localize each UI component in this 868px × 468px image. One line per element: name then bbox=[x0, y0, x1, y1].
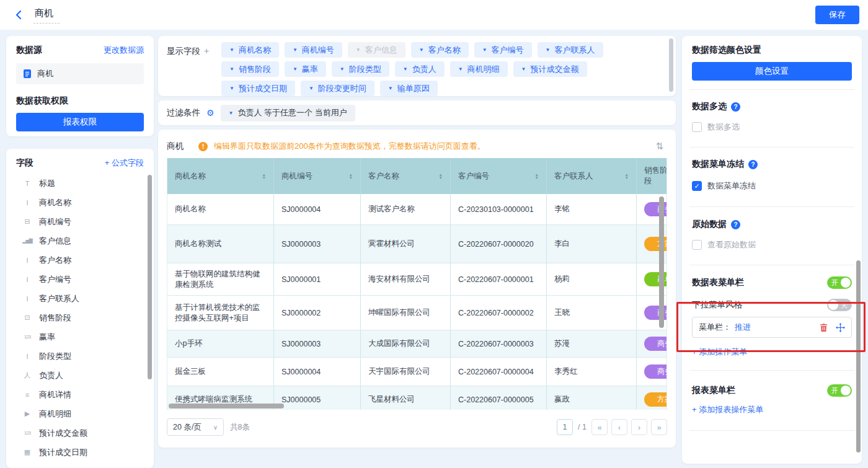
field-item-商机编号[interactable]: ⊟商机编号 bbox=[16, 212, 144, 231]
menubar-value[interactable]: 推进 bbox=[735, 322, 751, 333]
add-formula-field-link[interactable]: + 公式字段 bbox=[105, 157, 144, 169]
stage-badge: 商务 bbox=[644, 364, 667, 379]
display-field-chip[interactable]: ▼商机明细 bbox=[450, 61, 508, 77]
field-item-客户编号[interactable]: I客户编号 bbox=[16, 270, 144, 289]
color-setting-button[interactable]: 颜色设置 bbox=[692, 62, 852, 81]
table-vertical-scrollbar[interactable] bbox=[659, 196, 664, 328]
raw-data-checkbox[interactable]: 查看原始数据 bbox=[692, 239, 852, 250]
help-icon[interactable]: ? bbox=[731, 102, 740, 112]
settings-scrollbar[interactable] bbox=[856, 260, 861, 453]
toggle-off-label: 关 bbox=[841, 301, 848, 310]
help-icon[interactable]: ? bbox=[748, 160, 758, 169]
preview-warning-text: 编辑界面只取数据源前200条作为查询数据预览，完整数据请访问页面查看。 bbox=[214, 141, 485, 152]
display-field-chip[interactable]: ▼商机名称 bbox=[221, 42, 279, 58]
column-header-客户名称[interactable]: 客户名称▲▼ bbox=[361, 158, 451, 194]
column-header-商机编号[interactable]: 商机编号▲▼ bbox=[274, 158, 361, 194]
chevron-down-icon: ▼ bbox=[229, 47, 234, 53]
move-icon[interactable] bbox=[836, 323, 845, 332]
datasource-name: 商机 bbox=[37, 68, 53, 79]
add-display-field-button[interactable]: + bbox=[204, 46, 209, 56]
toggle-knob bbox=[841, 386, 851, 395]
field-item-销售阶段[interactable]: ⊡销售阶段 bbox=[16, 308, 144, 327]
table-horizontal-scrollbar[interactable] bbox=[169, 404, 284, 408]
multi-select-checkbox[interactable]: 数据多选 bbox=[692, 121, 852, 133]
add-report-action-menu-link[interactable]: + 添加报表操作菜单 bbox=[692, 404, 763, 415]
display-field-chip[interactable]: ▼销售阶段 bbox=[221, 61, 279, 77]
first-page-button[interactable]: « bbox=[591, 419, 608, 435]
cell: 杨莉 bbox=[547, 263, 637, 295]
field-item-标题[interactable]: T标题 bbox=[16, 174, 144, 193]
cell: 基于计算机视觉技术的监控摄像头互联网+项目 bbox=[167, 296, 274, 330]
display-field-chip[interactable]: ▼客户名称 bbox=[411, 42, 469, 58]
table-row: 小p手环SJ0000003大成国际有限公司C-20220607-0000003苏… bbox=[167, 330, 666, 358]
display-field-chip[interactable]: ▼阶段变更时间 bbox=[301, 81, 374, 96]
display-field-chip[interactable]: ▼赢率 bbox=[285, 61, 326, 77]
sort-arrows-icon[interactable]: ▲▼ bbox=[349, 173, 353, 179]
table-row: 商机名称SJ0000004测试客户名称C-20230103-0000001李铭商… bbox=[167, 194, 666, 225]
field-item-label: 客户名称 bbox=[39, 255, 71, 266]
chip-row: ▼商机名称▼商机编号▼客户信息▼客户名称▼客户编号▼客户联系人 bbox=[221, 42, 667, 58]
chip-label: 阶段类型 bbox=[349, 64, 381, 75]
save-button[interactable]: 保存 bbox=[815, 6, 859, 24]
field-item-label: 预计成交日期 bbox=[39, 447, 87, 458]
gear-icon[interactable]: ⚙ bbox=[206, 108, 215, 118]
field-item-阶段类型[interactable]: I阶段类型 bbox=[16, 347, 144, 366]
field-item-预计成交金额[interactable]: 123预计成交金额 bbox=[16, 423, 144, 443]
column-header-客户联系人[interactable]: 客户联系人▲▼ bbox=[547, 158, 637, 194]
cell: 海安材料有限公司 bbox=[361, 263, 451, 295]
display-field-chip[interactable]: ▼客户编号 bbox=[474, 42, 532, 58]
display-field-chip[interactable]: ▼客户联系人 bbox=[538, 42, 603, 58]
sort-arrows-icon[interactable]: ▲▼ bbox=[262, 173, 266, 179]
detail-field-icon: ≡ bbox=[21, 391, 33, 399]
datasource-item[interactable]: 商机 bbox=[16, 63, 144, 84]
display-field-chip[interactable]: ▼预计成交金额 bbox=[513, 61, 587, 77]
sort-arrows-icon[interactable]: ▲▼ bbox=[439, 173, 443, 179]
column-header-label: 客户编号 bbox=[458, 171, 489, 182]
last-page-button[interactable]: » bbox=[651, 419, 667, 435]
field-item-赢率[interactable]: 123赢率 bbox=[16, 327, 144, 347]
menubar-action-item[interactable]: 菜单栏： 推进 bbox=[692, 317, 852, 338]
fields-scrollbar[interactable] bbox=[148, 175, 152, 379]
chevron-down-icon: ▼ bbox=[419, 47, 424, 53]
column-header-商机名称[interactable]: 商机名称▲▼ bbox=[167, 158, 274, 194]
page-title[interactable]: 商机 bbox=[33, 6, 60, 24]
dropdown-style-toggle[interactable]: 关 bbox=[827, 299, 852, 311]
display-field-chip[interactable]: ▼预计成交日期 bbox=[221, 81, 295, 96]
display-field-chip[interactable]: ▼负责人 bbox=[395, 61, 445, 77]
sort-order-icon[interactable]: ⇅ bbox=[652, 139, 667, 153]
cell-stage: 商务 bbox=[637, 358, 667, 386]
chips-scrollbar[interactable] bbox=[669, 38, 673, 92]
field-item-预计成交日期[interactable]: ▦预计成交日期 bbox=[16, 443, 144, 462]
cell: SJ0000003 bbox=[274, 330, 361, 357]
display-field-chip[interactable]: ▼输单原因 bbox=[380, 81, 438, 96]
add-action-menu-link[interactable]: + 添加操作菜单 bbox=[692, 347, 747, 358]
field-item-商机名称[interactable]: I商机名称 bbox=[16, 193, 144, 212]
menu-freeze-checkbox[interactable]: ✓ 数据菜单冻结 bbox=[692, 180, 852, 192]
field-item-商机明细[interactable]: ▶商机明细 bbox=[16, 404, 144, 423]
change-datasource-link[interactable]: 更改数据源 bbox=[104, 45, 144, 56]
field-item-客户名称[interactable]: I客户名称 bbox=[16, 250, 144, 270]
table-row: 基于计算机视觉技术的监控摄像头互联网+项目SJ0000002坤曜国际有限公司C-… bbox=[167, 296, 666, 330]
display-field-chip[interactable]: ▼商机编号 bbox=[285, 42, 342, 58]
page-size-select[interactable]: 20 条/页 ∨ bbox=[167, 418, 224, 436]
table-menubar-toggle[interactable]: 开 bbox=[827, 276, 852, 289]
field-item-label: 标题 bbox=[39, 178, 55, 189]
back-button[interactable] bbox=[14, 9, 25, 20]
field-item-负责人[interactable]: 人负责人 bbox=[16, 366, 144, 385]
column-header-客户编号[interactable]: 客户编号▲▼ bbox=[451, 158, 547, 194]
trash-icon[interactable] bbox=[819, 323, 828, 332]
field-item-客户联系人[interactable]: I客户联系人 bbox=[16, 289, 144, 308]
sort-arrows-icon[interactable]: ▲▼ bbox=[625, 173, 629, 179]
field-item-商机详情[interactable]: ≡商机详情 bbox=[16, 385, 144, 404]
report-permission-button[interactable]: 报表权限 bbox=[16, 113, 144, 131]
prev-page-button[interactable]: ‹ bbox=[611, 419, 627, 435]
page-input[interactable]: 1 bbox=[557, 419, 573, 435]
report-menubar-toggle[interactable]: 开 bbox=[827, 384, 852, 397]
help-icon[interactable]: ? bbox=[731, 220, 740, 229]
field-item-客户信息[interactable]: ▂▅▇客户信息 bbox=[16, 231, 144, 250]
next-page-button[interactable]: › bbox=[631, 419, 647, 435]
sort-arrows-icon[interactable]: ▲▼ bbox=[535, 173, 539, 179]
filter-condition-chip[interactable]: ▼ 负责人 等于任意一个 当前用户 bbox=[221, 105, 355, 121]
display-field-chip[interactable]: ▼阶段类型 bbox=[332, 61, 389, 77]
chevron-down-icon: ▼ bbox=[229, 86, 234, 91]
